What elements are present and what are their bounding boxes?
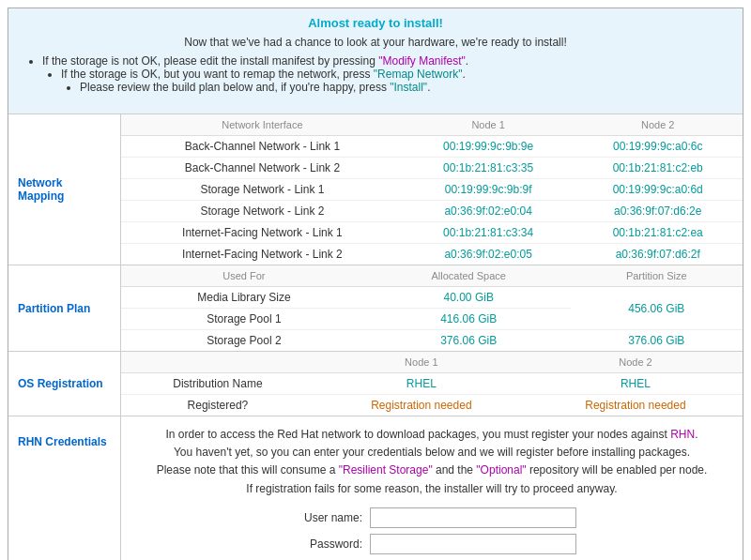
os-registered-node2: Registration needed	[529, 395, 743, 416]
nm-cell-3-2: a0:36:9f:07:d6:2e	[573, 201, 743, 222]
rhn-text-line2: You haven't yet, so you can enter your c…	[174, 446, 690, 459]
pp-used-0: Media Library Size	[121, 287, 367, 309]
os-distrib-label: Distribution Name	[121, 373, 314, 395]
password-row: Password:	[287, 534, 576, 554]
pp-alloc-1: 416.06 GiB	[367, 309, 571, 330]
nm-cell-1-0: Back-Channel Network - Link 2	[121, 158, 404, 179]
network-mapping-section: Network Mapping Network Interface Node 1…	[8, 114, 743, 265]
username-input[interactable]	[370, 507, 576, 528]
nm-cell-0-0: Back-Channel Network - Link 1	[121, 136, 404, 158]
os-registered-node1: Registration needed	[314, 395, 529, 416]
table-row: Distribution Name RHEL RHEL	[121, 373, 743, 395]
os-col-node1: Node 1	[314, 352, 529, 373]
ready-heading: Almost ready to install!	[23, 16, 728, 30]
table-row: Back-Channel Network - Link 200:1b:21:81…	[121, 158, 743, 179]
pp-col-used-for: Used For	[121, 265, 367, 287]
optional-link: "Optional"	[476, 463, 526, 477]
os-registration-label: OS Registration	[8, 352, 121, 416]
rhn-text-line4: If registration fails for some reason, t…	[246, 482, 617, 495]
nm-col-node2: Node 2	[573, 114, 743, 136]
os-distrib-node2: RHEL	[529, 373, 743, 395]
os-col-node2: Node 2	[529, 352, 743, 373]
nm-col-interface: Network Interface	[121, 114, 404, 136]
table-row: Storage Network - Link 100:19:99:9c:9b:9…	[121, 179, 743, 201]
nm-cell-3-0: Storage Network - Link 2	[121, 201, 404, 222]
os-registration-table: Node 1 Node 2 Distribution Name RHEL RHE…	[121, 352, 743, 416]
table-row: Internet-Facing Network - Link 2a0:36:9f…	[121, 244, 743, 265]
nm-cell-4-0: Internet-Facing Network - Link 1	[121, 222, 404, 244]
nm-cell-1-1: 00:1b:21:81:c3:35	[404, 158, 574, 179]
nm-cell-0-1: 00:19:99:9c:9b:9e	[404, 136, 574, 158]
pp-col-alloc: Allocated Space	[367, 265, 571, 287]
partition-plan-table: Used For Allocated Space Partition Size …	[121, 265, 743, 351]
bullet2: If the storage is OK, but you want to re…	[61, 68, 728, 97]
rhn-text-line1: In order to access the Red Hat network t…	[166, 428, 671, 441]
partition-plan-section: Partition Plan Used For Allocated Space …	[8, 265, 743, 352]
nm-cell-5-2: a0:36:9f:07:d6:2f	[573, 244, 743, 265]
table-row: Storage Network - Link 2a0:36:9f:02:e0:0…	[121, 201, 743, 222]
top-banner: Almost ready to install! Now that we've …	[8, 8, 743, 114]
username-label: User name:	[287, 511, 362, 524]
nm-cell-0-2: 00:19:99:9c:a0:6c	[573, 136, 743, 158]
partition-plan-content: Used For Allocated Space Partition Size …	[121, 265, 743, 351]
network-mapping-table: Network Interface Node 1 Node 2 Back-Cha…	[121, 114, 743, 265]
table-row: Back-Channel Network - Link 100:19:99:9c…	[121, 136, 743, 158]
nm-cell-5-1: a0:36:9f:02:e0:05	[404, 244, 574, 265]
nm-cell-1-2: 00:1b:21:81:c2:eb	[573, 158, 743, 179]
nm-cell-4-1: 00:1b:21:81:c3:34	[404, 222, 574, 244]
os-registration-content: Node 1 Node 2 Distribution Name RHEL RHE…	[121, 352, 743, 416]
nm-cell-2-0: Storage Network - Link 1	[121, 179, 404, 201]
resilient-link: "Resilient Storage"	[339, 463, 433, 477]
intro-text: Now that we've had a chance to look at y…	[23, 36, 728, 49]
bullet1: If the storage is not OK, please edit th…	[42, 54, 728, 99]
pp-used-2: Storage Pool 2	[121, 330, 367, 352]
nm-cell-2-2: 00:19:99:9c:a0:6d	[573, 179, 743, 201]
network-mapping-label: Network Mapping	[8, 114, 121, 265]
nm-cell-4-2: 00:1b:21:81:c2:ea	[573, 222, 743, 244]
table-row: Storage Pool 2 376.06 GiB 376.06 GiB	[121, 330, 743, 352]
pp-size-merged: 456.06 GiB	[571, 287, 743, 330]
password-label: Password:	[287, 537, 362, 551]
table-row: Registered? Registration needed Registra…	[121, 395, 743, 416]
pp-col-size: Partition Size	[571, 265, 743, 287]
os-col-empty	[121, 352, 314, 373]
rhn-form: User name: Password:	[140, 507, 724, 554]
network-mapping-content: Network Interface Node 1 Node 2 Back-Cha…	[121, 114, 743, 265]
nm-col-node1: Node 1	[404, 114, 574, 136]
nm-cell-2-1: 00:19:99:9c:9b:9f	[404, 179, 574, 201]
rhn-credentials-label: RHN Credentials	[8, 416, 121, 560]
table-row: Internet-Facing Network - Link 100:1b:21…	[121, 222, 743, 244]
partition-plan-label: Partition Plan	[8, 265, 121, 351]
table-row: Media Library Size 40.00 GiB 456.06 GiB	[121, 287, 743, 309]
nm-cell-3-1: a0:36:9f:02:e0:04	[404, 201, 574, 222]
rhn-credentials-section: RHN Credentials In order to access the R…	[8, 416, 743, 560]
pp-used-1: Storage Pool 1	[121, 309, 367, 330]
pp-size-2: 376.06 GiB	[571, 330, 743, 352]
password-input[interactable]	[370, 534, 576, 554]
rhn-credentials-content: In order to access the Red Hat network t…	[121, 416, 743, 560]
username-row: User name:	[287, 507, 576, 528]
os-registration-section: OS Registration Node 1 Node 2 Distributi…	[8, 352, 743, 416]
rhn-link: RHN	[670, 428, 695, 441]
pp-alloc-2: 376.06 GiB	[367, 330, 571, 352]
rhn-text-block: In order to access the Red Hat network t…	[140, 426, 724, 498]
bullet3: Please review the build plan below and, …	[80, 81, 430, 94]
nm-cell-5-0: Internet-Facing Network - Link 2	[121, 244, 404, 265]
pp-alloc-0: 40.00 GiB	[367, 287, 571, 309]
os-registered-label: Registered?	[121, 395, 314, 416]
os-distrib-node1: RHEL	[314, 373, 529, 395]
rhn-text-line3a: Please note that this will consume a	[157, 463, 339, 477]
